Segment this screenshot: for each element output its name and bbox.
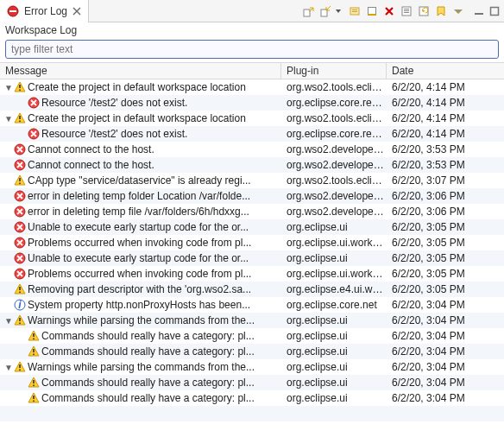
- error-icon: [14, 252, 26, 264]
- clear-log-button[interactable]: [364, 3, 380, 19]
- table-row[interactable]: Resource '/test2' does not exist.org.ecl…: [0, 126, 504, 142]
- table-row[interactable]: Problems occurred when invoking code fro…: [0, 235, 504, 250]
- log-plugin: org.eclipse.ui.workbench: [281, 268, 387, 280]
- restore-log-button[interactable]: [416, 3, 432, 19]
- log-message: Commands should really have a category: …: [41, 345, 255, 358]
- log-message: error in deleting temp folder Location /…: [28, 190, 250, 202]
- log-date: 6/2/20, 3:06 PM: [387, 190, 504, 202]
- log-message: Unable to execute early startup code for…: [28, 252, 249, 264]
- table-row[interactable]: Resource '/test2' does not exist.org.ecl…: [0, 95, 504, 111]
- error-icon: [14, 143, 26, 155]
- log-plugin: org.wso2.developerstudio...: [281, 206, 387, 218]
- col-header-plugin[interactable]: Plug-in: [281, 63, 387, 79]
- table-row[interactable]: Unable to execute early startup code for…: [0, 219, 504, 235]
- error-icon: [14, 237, 26, 249]
- table-row[interactable]: error in deleting temp file /var/folders…: [0, 204, 504, 219]
- log-message: System property http.nonProxyHosts has b…: [28, 299, 250, 311]
- warning-icon: [14, 314, 26, 326]
- log-date: 6/2/20, 3:04 PM: [387, 361, 504, 373]
- warning-icon: [14, 283, 26, 295]
- log-plugin: org.eclipse.ui: [281, 361, 387, 373]
- delete-log-button[interactable]: [381, 3, 397, 19]
- log-date: 6/2/20, 3:05 PM: [387, 252, 504, 264]
- tab-close[interactable]: [71, 7, 83, 16]
- log-message: Commands should really have a category: …: [41, 377, 255, 389]
- reader-button[interactable]: [347, 3, 362, 19]
- log-date: 6/2/20, 3:05 PM: [387, 221, 504, 233]
- log-plugin: org.wso2.developerstudio...: [281, 143, 387, 155]
- table-header: Message Plug-in Date: [0, 62, 504, 79]
- subheader-label: Workspace Log: [0, 22, 504, 38]
- log-date: 6/2/20, 4:14 PM: [387, 128, 504, 140]
- import-dropdown[interactable]: [335, 10, 342, 13]
- open-log-button[interactable]: [399, 3, 414, 19]
- export-log-button[interactable]: [300, 3, 316, 19]
- log-plugin: org.eclipse.ui: [281, 392, 387, 404]
- error-icon: [14, 159, 26, 171]
- log-plugin: org.wso2.tools.eclipse.pl...: [281, 112, 387, 124]
- log-message: Cannot connect to the host.: [28, 143, 154, 155]
- error-icon: [14, 221, 26, 233]
- table-row-empty: [0, 421, 504, 437]
- log-message: Create the project in default workspace …: [28, 112, 246, 124]
- log-message: CApp type "service/dataservice" is alrea…: [28, 174, 251, 187]
- table-row[interactable]: Problems occurred when invoking code fro…: [0, 266, 504, 282]
- table-row[interactable]: CApp type "service/dataservice" is alrea…: [0, 173, 504, 188]
- table-row[interactable]: ▼Create the project in default workspace…: [0, 111, 504, 126]
- table-row[interactable]: Commands should really have a category: …: [0, 390, 504, 406]
- warning-icon: [28, 392, 40, 404]
- log-message: Commands should really have a category: …: [41, 392, 255, 404]
- error-icon: [28, 97, 40, 109]
- table-row[interactable]: error in deleting temp folder Location /…: [0, 188, 504, 204]
- col-header-message[interactable]: Message: [0, 63, 281, 79]
- warning-icon: [14, 174, 26, 187]
- log-plugin: org.wso2.developerstudio...: [281, 159, 387, 171]
- view-toolbar: [297, 3, 469, 19]
- log-plugin: org.eclipse.e4.ui.workbench: [281, 283, 387, 295]
- log-date: 6/2/20, 3:53 PM: [387, 159, 504, 171]
- expand-toggle[interactable]: ▼: [3, 363, 14, 372]
- import-log-button[interactable]: [318, 3, 333, 19]
- info-icon: [14, 299, 26, 311]
- expand-toggle[interactable]: ▼: [3, 83, 14, 92]
- table-row[interactable]: Cannot connect to the host.org.wso2.deve…: [0, 157, 504, 173]
- table-row[interactable]: System property http.nonProxyHosts has b…: [0, 297, 504, 313]
- table-row[interactable]: Commands should really have a category: …: [0, 328, 504, 344]
- view-menu-button[interactable]: [450, 3, 466, 19]
- table-row[interactable]: ▼Create the project in default workspace…: [0, 79, 504, 95]
- view-tabbar: Error Log: [0, 0, 504, 22]
- log-message: Resource '/test2' does not exist.: [41, 128, 187, 140]
- error-log-icon: [7, 5, 19, 17]
- table-row[interactable]: Removing part descriptor with the 'org.w…: [0, 282, 504, 297]
- maximize-icon[interactable]: [488, 5, 501, 17]
- log-message: Create the project in default workspace …: [28, 81, 246, 93]
- table-row[interactable]: Cannot connect to the host.org.wso2.deve…: [0, 142, 504, 157]
- log-date: 6/2/20, 3:53 PM: [387, 143, 504, 155]
- table-row[interactable]: Commands should really have a category: …: [0, 375, 504, 390]
- warning-icon: [14, 112, 26, 124]
- log-plugin: org.wso2.tools.eclipse.pl...: [281, 81, 387, 93]
- col-header-date[interactable]: Date: [387, 63, 504, 79]
- warning-icon: [28, 345, 40, 358]
- minimize-icon[interactable]: [473, 5, 485, 17]
- log-plugin: org.eclipse.ui: [281, 314, 387, 326]
- log-plugin: org.eclipse.ui: [281, 345, 387, 358]
- log-message: Warnings while parsing the commands from…: [28, 361, 255, 373]
- filter-input[interactable]: [5, 40, 499, 59]
- log-message: error in deleting temp file /var/folders…: [28, 206, 249, 218]
- table-row[interactable]: Commands should really have a category: …: [0, 344, 504, 359]
- log-message: Cannot connect to the host.: [28, 159, 154, 171]
- log-plugin: org.wso2.developerstudio...: [281, 190, 387, 202]
- log-date: 6/2/20, 3:04 PM: [387, 330, 504, 342]
- table-row[interactable]: ▼Warnings while parsing the commands fro…: [0, 359, 504, 375]
- error-icon: [14, 268, 26, 280]
- bookmark-button[interactable]: [433, 3, 449, 19]
- table-row[interactable]: Unable to execute early startup code for…: [0, 250, 504, 266]
- log-date: 6/2/20, 3:04 PM: [387, 392, 504, 404]
- log-table-body: ▼Create the project in default workspace…: [0, 79, 504, 437]
- tab-error-log[interactable]: Error Log: [0, 0, 89, 22]
- warning-icon: [28, 330, 40, 342]
- expand-toggle[interactable]: ▼: [3, 114, 14, 124]
- expand-toggle[interactable]: ▼: [3, 316, 14, 326]
- table-row[interactable]: ▼Warnings while parsing the commands fro…: [0, 313, 504, 328]
